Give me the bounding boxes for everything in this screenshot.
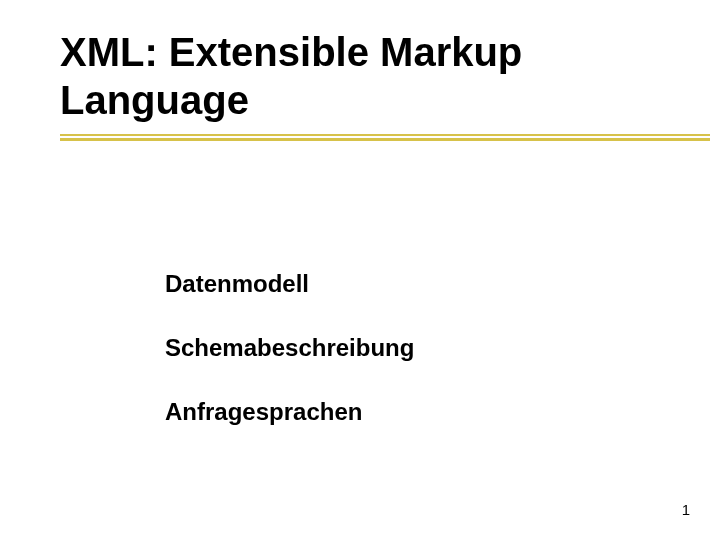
underline-thick [60,138,710,141]
slide-body: Datenmodell Schemabeschreibung Anfragesp… [165,270,645,462]
body-item: Anfragesprachen [165,398,645,426]
page-number: 1 [682,501,690,518]
body-item: Datenmodell [165,270,645,298]
slide: XML: Extensible Markup Language Datenmod… [0,0,720,540]
slide-title-line1: XML: Extensible Markup [60,30,522,74]
slide-title-line2: Language [60,78,249,122]
title-underline [60,134,660,144]
underline-thin [60,134,710,136]
slide-title: XML: Extensible Markup Language [60,28,660,124]
body-item: Schemabeschreibung [165,334,645,362]
slide-title-block: XML: Extensible Markup Language [60,28,660,144]
